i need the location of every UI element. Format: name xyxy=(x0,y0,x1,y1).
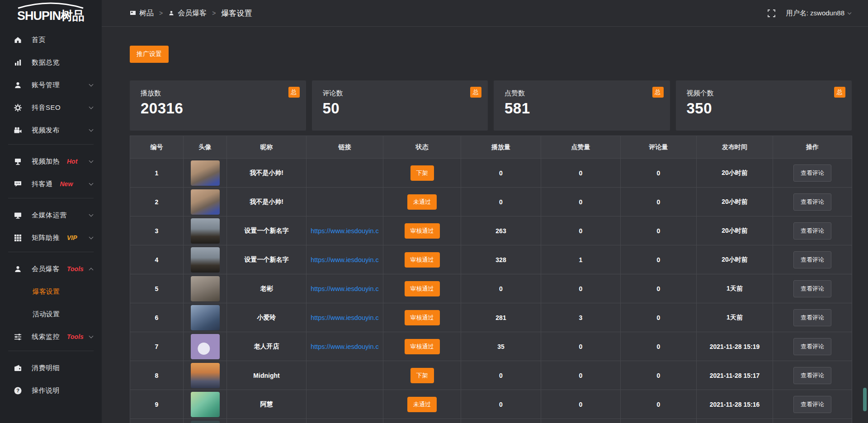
divider xyxy=(8,351,94,351)
video-link[interactable]: https://www.iesdouyin.c xyxy=(307,314,383,321)
sidebar-subitem-activity-settings[interactable]: 活动设置 xyxy=(0,303,102,325)
device-icon xyxy=(14,157,22,166)
breadcrumb-member-baoke[interactable]: 会员爆客 xyxy=(168,9,207,18)
plays-cell: 281 xyxy=(461,303,541,332)
view-comments-button[interactable]: 查看评论 xyxy=(793,193,831,211)
sidebar-item-home[interactable]: 首页 xyxy=(0,28,102,51)
view-comments-button[interactable]: 查看评论 xyxy=(793,222,831,240)
col-header-likes: 点赞量 xyxy=(541,136,621,159)
link-cell: https://www.iesdouyin.c xyxy=(307,332,383,361)
avatar-cell xyxy=(184,216,227,245)
time-cell: 1天前 xyxy=(697,303,773,332)
view-comments-button[interactable]: 查看评论 xyxy=(793,396,831,413)
time-cell: 2021-11-28 15:17 xyxy=(697,361,773,390)
nickname-cell: 我不是小帅! xyxy=(227,159,307,188)
sidebar-item-data-overview[interactable]: 数据总览 xyxy=(0,51,102,74)
likes-cell xyxy=(541,419,621,423)
sidebar-item-label: 首页 xyxy=(32,36,46,44)
row-number-cell: 1 xyxy=(130,159,184,188)
status-badge[interactable]: 审核通过 xyxy=(405,252,440,268)
link-cell: https://www.iesdouyin.c xyxy=(307,245,383,274)
video-link[interactable]: https://www.iesdouyin.c xyxy=(307,256,383,263)
col-header-comments: 评论量 xyxy=(621,136,697,159)
action-cell: 查看评论 xyxy=(773,216,852,245)
sidebar-item-label: 视频加热 xyxy=(32,157,60,166)
col-header-avatar: 头像 xyxy=(184,136,227,159)
page-title: 爆客设置 xyxy=(221,8,252,19)
chevron-down-icon xyxy=(89,235,94,240)
status-badge[interactable]: 审核通过 xyxy=(405,339,440,354)
link-cell xyxy=(307,159,383,188)
likes-cell: 0 xyxy=(541,332,621,361)
col-header-plays: 播放量 xyxy=(461,136,541,159)
link-cell xyxy=(307,419,383,423)
sidebar-item-clue-monitor[interactable]: 线索监控 Tools xyxy=(0,325,102,348)
sidebar-item-label: 全媒体运营 xyxy=(32,211,67,220)
sidebar-item-instructions[interactable]: ? 操作说明 xyxy=(0,379,102,402)
sidebar-item-video-publish[interactable]: 视频发布 xyxy=(0,119,102,141)
status-badge[interactable]: 下架 xyxy=(410,165,434,181)
scrollbar-thumb[interactable] xyxy=(863,388,867,411)
nickname-cell xyxy=(227,419,307,423)
stat-card-videos: 视频个数 350 总 xyxy=(676,80,852,131)
breadcrumb-shupin[interactable]: 树品 xyxy=(130,9,154,18)
view-comments-button[interactable]: 查看评论 xyxy=(793,309,831,326)
sidebar-item-video-heat[interactable]: 视频加热 Hot xyxy=(0,150,102,173)
avatar-cell xyxy=(184,159,227,188)
sidebar-item-douketong[interactable]: 抖客通 New xyxy=(0,173,102,195)
nickname-cell: 设置一个新名字 xyxy=(227,245,307,274)
status-cell: 未通过 xyxy=(383,390,461,419)
status-cell: 下架 xyxy=(383,159,461,188)
avatar-cell xyxy=(184,274,227,303)
view-comments-button[interactable]: 查看评论 xyxy=(793,280,831,297)
sidebar-item-consumption-details[interactable]: 消费明细 xyxy=(0,357,102,379)
video-link[interactable]: https://www.iesdouyin.c xyxy=(307,227,383,235)
brand-logo[interactable]: SHUPIN树品 xyxy=(0,0,102,26)
sidebar-item-douyin-seo[interactable]: 抖音SEO xyxy=(0,96,102,119)
video-link[interactable]: https://www.iesdouyin.c xyxy=(307,285,383,292)
likes-cell: 0 xyxy=(541,274,621,303)
promotion-settings-button[interactable]: 推广设置 xyxy=(130,46,169,63)
fullscreen-icon[interactable] xyxy=(768,9,775,17)
topbar: 树品 > 会员爆客 > 爆客设置 用户名: zswodun88 xyxy=(102,0,868,27)
grid-icon xyxy=(14,234,22,242)
view-comments-button[interactable]: 查看评论 xyxy=(793,251,831,268)
link-cell: https://www.iesdouyin.c xyxy=(307,274,383,303)
nickname-cell: 阿慧 xyxy=(227,390,307,419)
divider xyxy=(8,198,94,198)
view-comments-button[interactable]: 查看评论 xyxy=(793,164,831,182)
view-comments-button[interactable]: 查看评论 xyxy=(793,338,831,355)
likes-cell: 0 xyxy=(541,390,621,419)
status-badge[interactable]: 审核通过 xyxy=(405,223,440,239)
vip-tag: VIP xyxy=(67,234,77,241)
hot-tag: Hot xyxy=(67,158,77,165)
username-dropdown[interactable]: 用户名: zswodun88 xyxy=(786,9,851,18)
action-cell: 查看评论 xyxy=(773,361,852,390)
sidebar-item-matrix-boost[interactable]: 矩阵助推 VIP xyxy=(0,226,102,249)
video-link[interactable]: https://www.iesdouyin.c xyxy=(307,343,383,350)
stat-label: 评论数 xyxy=(323,89,477,98)
sidebar-item-all-media[interactable]: 全媒体运营 xyxy=(0,204,102,226)
sidebar-subitem-baoke-settings[interactable]: 爆客设置 xyxy=(0,280,102,303)
chevron-down-icon xyxy=(89,212,94,217)
view-comments-button[interactable]: 查看评论 xyxy=(793,367,831,384)
row-number-cell xyxy=(130,419,184,423)
sidebar-item-member-baoke[interactable]: 会员爆客 Tools xyxy=(0,258,102,280)
breadcrumb: 树品 > 会员爆客 > 爆客设置 xyxy=(130,8,252,19)
stat-label: 点赞数 xyxy=(505,89,659,98)
status-cell: 审核通过 xyxy=(383,245,461,274)
time-cell: 20小时前 xyxy=(697,188,773,216)
status-badge[interactable]: 下架 xyxy=(410,368,434,383)
link-cell xyxy=(307,361,383,390)
sidebar-item-account-management[interactable]: 账号管理 xyxy=(0,74,102,96)
action-cell: 查看评论 xyxy=(773,159,852,188)
status-badge[interactable]: 未通过 xyxy=(407,397,437,412)
table-header-row: 编号 头像 昵称 链接 状态 播放量 点赞量 评论量 发布时间 操作 xyxy=(130,136,852,159)
status-badge[interactable]: 审核通过 xyxy=(405,281,440,296)
time-cell: 20小时前 xyxy=(697,245,773,274)
status-badge[interactable]: 审核通过 xyxy=(405,310,440,325)
stat-card-likes: 点赞数 581 总 xyxy=(494,80,670,131)
avatar-image xyxy=(191,189,220,215)
status-badge[interactable]: 未通过 xyxy=(407,194,437,210)
svg-text:?: ? xyxy=(16,388,19,393)
